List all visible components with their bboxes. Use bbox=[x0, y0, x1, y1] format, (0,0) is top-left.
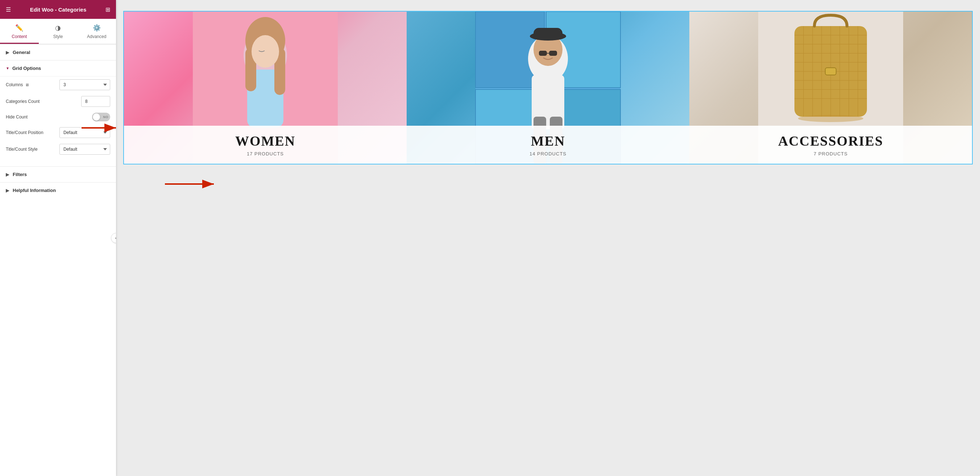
men-title: MEN bbox=[414, 133, 682, 149]
section-grid-options-header[interactable]: ▼ Grid Options bbox=[0, 60, 116, 76]
accessories-title: ACCESSORIES bbox=[697, 133, 965, 149]
toggle-track[interactable]: NO bbox=[92, 113, 110, 121]
columns-row: Columns 🖥 3 1 2 4 5 6 bbox=[6, 79, 110, 90]
canvas-area: WOMEN 17 PRODUCTS bbox=[116, 0, 980, 172]
hide-count-toggle-wrapper[interactable]: NO bbox=[92, 113, 110, 121]
svg-point-6 bbox=[251, 35, 279, 68]
categories-count-row: Categories Count bbox=[6, 96, 110, 107]
women-title: WOMEN bbox=[131, 133, 399, 149]
section-filters-label: Filters bbox=[13, 172, 27, 177]
category-card-women: WOMEN 17 PRODUCTS bbox=[124, 11, 407, 164]
grid-options-arrow-icon: ▼ bbox=[6, 66, 10, 70]
count-arrow bbox=[163, 178, 221, 192]
category-card-accessories: ACCESSORIES 7 PRODUCTS bbox=[689, 11, 972, 164]
helpful-arrow-icon: ▶ bbox=[6, 188, 9, 193]
hide-count-toggle[interactable]: NO bbox=[92, 113, 110, 121]
columns-select[interactable]: 3 1 2 4 5 6 bbox=[59, 79, 110, 90]
men-count: 14 PRODUCTS bbox=[414, 151, 682, 157]
sidebar-header: ☰ Edit Woo - Categories ⊞ bbox=[0, 0, 116, 19]
tab-content[interactable]: ✏️ Content bbox=[0, 19, 39, 44]
women-label-box: WOMEN 17 PRODUCTS bbox=[124, 126, 407, 164]
product-grid: WOMEN 17 PRODUCTS bbox=[123, 11, 973, 165]
category-card-men: MEN 14 PRODUCTS bbox=[407, 11, 689, 164]
title-count-position-control[interactable]: Default Above Below Overlay bbox=[59, 127, 110, 138]
hamburger-icon[interactable]: ☰ bbox=[6, 6, 11, 13]
monitor-icon: 🖥 bbox=[25, 83, 29, 87]
title-count-style-label: Title/Count Style bbox=[6, 147, 57, 152]
style-icon: ◑ bbox=[55, 24, 61, 32]
tab-style-label: Style bbox=[53, 34, 63, 39]
filters-arrow-icon: ▶ bbox=[6, 172, 9, 177]
title-count-style-control[interactable]: Default Style 1 Style 2 bbox=[59, 144, 110, 155]
grid-options-content: Columns 🖥 3 1 2 4 5 6 Categories Count bbox=[0, 76, 116, 166]
toggle-thumb bbox=[93, 113, 100, 121]
section-grid-options-label: Grid Options bbox=[12, 65, 41, 71]
columns-label: Columns 🖥 bbox=[6, 82, 57, 87]
sidebar-collapse-button[interactable]: ‹ bbox=[111, 233, 116, 243]
svg-rect-39 bbox=[825, 68, 836, 75]
title-count-style-select[interactable]: Default Style 1 Style 2 bbox=[59, 144, 110, 155]
men-label-box: MEN 14 PRODUCTS bbox=[407, 126, 689, 164]
accessories-label-box: ACCESSORIES 7 PRODUCTS bbox=[689, 126, 972, 164]
columns-control[interactable]: 3 1 2 4 5 6 bbox=[59, 79, 110, 90]
section-general-label: General bbox=[13, 50, 30, 55]
hide-count-label: Hide Count bbox=[6, 114, 89, 119]
categories-count-input[interactable] bbox=[81, 96, 110, 107]
title-count-position-row: Title/Count Position Default Above Below… bbox=[6, 127, 110, 138]
content-icon: ✏️ bbox=[15, 24, 23, 32]
sidebar-tabs: ✏️ Content ◑ Style ⚙️ Advanced bbox=[0, 19, 116, 44]
women-count: 17 PRODUCTS bbox=[131, 151, 399, 157]
svg-rect-20 bbox=[549, 51, 557, 56]
hide-count-row: Hide Count NO bbox=[6, 113, 110, 121]
section-filters-header[interactable]: ▶ Filters bbox=[0, 166, 116, 182]
title-count-style-row: Title/Count Style Default Style 1 Style … bbox=[6, 144, 110, 155]
section-general-header[interactable]: ▶ General bbox=[0, 44, 116, 60]
categories-count-label: Categories Count bbox=[6, 99, 78, 104]
svg-rect-19 bbox=[539, 51, 547, 56]
section-helpful-header[interactable]: ▶ Helpful Information bbox=[0, 182, 116, 198]
tab-advanced-label: Advanced bbox=[87, 34, 106, 39]
toggle-no-label: NO bbox=[103, 115, 109, 119]
svg-rect-18 bbox=[533, 28, 563, 39]
title-count-position-label: Title/Count Position bbox=[6, 130, 57, 135]
sidebar: ☰ Edit Woo - Categories ⊞ ✏️ Content ◑ S… bbox=[0, 0, 116, 476]
svg-point-40 bbox=[798, 115, 863, 122]
grid-icon[interactable]: ⊞ bbox=[105, 6, 110, 13]
general-arrow-icon: ▶ bbox=[6, 50, 9, 55]
sidebar-title: Edit Woo - Categories bbox=[30, 6, 87, 13]
tab-style[interactable]: ◑ Style bbox=[39, 19, 78, 44]
red-arrow-count bbox=[163, 178, 221, 190]
main-content: WOMEN 17 PRODUCTS bbox=[116, 0, 980, 476]
accessories-count: 7 PRODUCTS bbox=[697, 151, 965, 157]
tab-advanced[interactable]: ⚙️ Advanced bbox=[77, 19, 116, 44]
advanced-icon: ⚙️ bbox=[93, 24, 101, 32]
tab-content-label: Content bbox=[11, 34, 27, 39]
section-helpful-label: Helpful Information bbox=[13, 188, 56, 193]
title-count-position-select[interactable]: Default Above Below Overlay bbox=[59, 127, 110, 138]
